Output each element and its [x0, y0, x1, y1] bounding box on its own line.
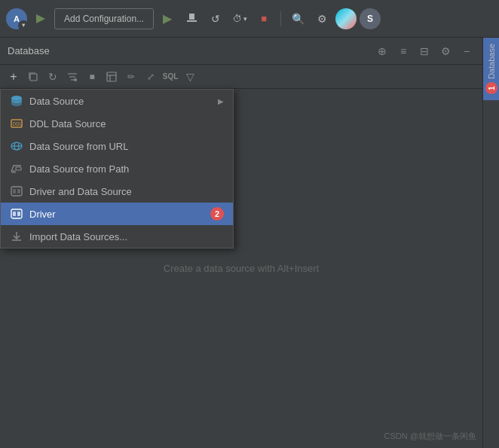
- menu-item-url[interactable]: Data Source from URL: [1, 135, 233, 157]
- svg-rect-21: [17, 189, 20, 194]
- svg-rect-23: [13, 212, 16, 216]
- panel-header-icons: ⊕ ≡ ⊟ ⚙ −: [374, 43, 475, 59]
- svg-text:DDL: DDL: [13, 121, 23, 127]
- move-button[interactable]: ⤢: [142, 68, 160, 86]
- top-toolbar: A ▾ Add Configuration... ▶ ↺ ⏱ ▾ ■ 🔍 ⚙ S: [0, 0, 499, 38]
- panel-header: Database ⊕ ≡ ⊟ ⚙ −: [0, 38, 482, 65]
- build-icon[interactable]: [181, 8, 202, 29]
- svg-rect-24: [17, 212, 20, 216]
- right-sidebar: 1 Database: [482, 38, 499, 448]
- run-button[interactable]: ▶: [157, 8, 178, 29]
- timer-dropdown-icon: ▾: [243, 15, 247, 23]
- filter-edit-button[interactable]: [63, 68, 81, 86]
- svg-rect-17: [11, 170, 16, 173]
- empty-hint: Create a data source with Alt+Insert: [164, 263, 319, 274]
- panel-title: Database: [8, 45, 50, 56]
- svg-rect-8: [107, 72, 116, 81]
- sidebar-tab-database[interactable]: 1 Database: [483, 38, 500, 100]
- ddl-icon: DDL: [10, 117, 23, 130]
- sidebar-tab-label: Database: [487, 44, 496, 79]
- watermark: CSDN @就想做一条闲鱼: [384, 431, 476, 442]
- panel-settings-icon[interactable]: ⚙: [437, 43, 454, 59]
- search-icon[interactable]: 🔍: [287, 8, 308, 29]
- menu-item-driver-datasource[interactable]: Driver and Data Source: [1, 180, 233, 203]
- filter-layout-icon[interactable]: ⊟: [416, 43, 433, 59]
- settings-icon[interactable]: ⚙: [311, 8, 332, 29]
- add-button[interactable]: +: [5, 68, 23, 86]
- svg-rect-2: [189, 14, 194, 20]
- app-logo: [335, 8, 357, 29]
- menu-item-driver[interactable]: Driver 2: [1, 203, 233, 225]
- ddl-label: DDL Data Source: [29, 118, 224, 130]
- driver-datasource-label: Driver and Data Source: [29, 186, 224, 197]
- url-icon: [10, 139, 23, 153]
- sql-button[interactable]: SQL: [161, 68, 179, 86]
- data-source-label: Data Source: [29, 96, 212, 107]
- filter-button[interactable]: ▽: [181, 68, 199, 86]
- user-avatar[interactable]: A ▾: [6, 8, 27, 29]
- svg-rect-1: [187, 20, 197, 22]
- menu-item-ddl[interactable]: DDL DDL Data Source: [1, 112, 233, 135]
- context-menu: Data Source ▶ DDL DDL Data Source: [0, 89, 234, 248]
- driver-badge: 2: [210, 207, 224, 221]
- clock-symbol: ⏱: [233, 14, 242, 24]
- sidebar-badge: 1: [485, 82, 497, 94]
- svg-point-7: [74, 78, 77, 81]
- url-label: Data Source from URL: [29, 141, 224, 152]
- svg-rect-18: [16, 167, 21, 170]
- driver-label: Driver: [29, 209, 204, 220]
- copy-button[interactable]: [24, 68, 42, 86]
- data-source-icon: [10, 94, 23, 108]
- edit-button[interactable]: ✏: [122, 68, 140, 86]
- data-source-arrow: ▶: [218, 97, 224, 105]
- add-config-label: Add Configuration...: [64, 14, 144, 24]
- db-toolbar: + ↻ ■ ✏ ⤢ SQL ▽: [0, 65, 482, 89]
- timer-icon[interactable]: ⏱ ▾: [229, 8, 250, 29]
- refresh-button[interactable]: ↻: [44, 68, 62, 86]
- import-icon: [10, 230, 23, 243]
- toolbar-separator-1: [280, 11, 281, 26]
- database-panel: Database ⊕ ≡ ⊟ ⚙ − + ↻ ■: [0, 38, 482, 448]
- menu-item-path[interactable]: Data Source from Path: [1, 157, 233, 180]
- import-label: Import Data Sources...: [29, 231, 224, 242]
- table-icon[interactable]: [103, 68, 121, 86]
- svg-marker-0: [36, 14, 45, 23]
- reload-icon[interactable]: ↺: [205, 8, 226, 29]
- list-layout-icon[interactable]: ≡: [395, 43, 412, 59]
- user-profile-icon[interactable]: S: [360, 8, 381, 29]
- add-datasource-icon[interactable]: ⊕: [374, 43, 390, 59]
- driver-icon: [10, 207, 23, 221]
- add-configuration-button[interactable]: Add Configuration...: [54, 8, 154, 29]
- path-label: Data Source from Path: [29, 163, 224, 175]
- avatar-dropdown-icon: ▾: [18, 20, 29, 31]
- panel-minimize-icon[interactable]: −: [458, 43, 475, 59]
- stop-btn[interactable]: ■: [83, 68, 101, 86]
- db-content: Create a data source with Alt+Insert Dat…: [0, 89, 482, 448]
- menu-item-import[interactable]: Import Data Sources...: [1, 225, 233, 248]
- svg-rect-20: [13, 189, 16, 194]
- path-icon: [10, 162, 23, 175]
- menu-item-data-source[interactable]: Data Source ▶: [1, 90, 233, 112]
- svg-rect-3: [30, 74, 37, 81]
- driver-datasource-icon: [10, 184, 23, 198]
- arrow-tool-icon[interactable]: [30, 8, 51, 29]
- stop-button[interactable]: ■: [253, 8, 274, 29]
